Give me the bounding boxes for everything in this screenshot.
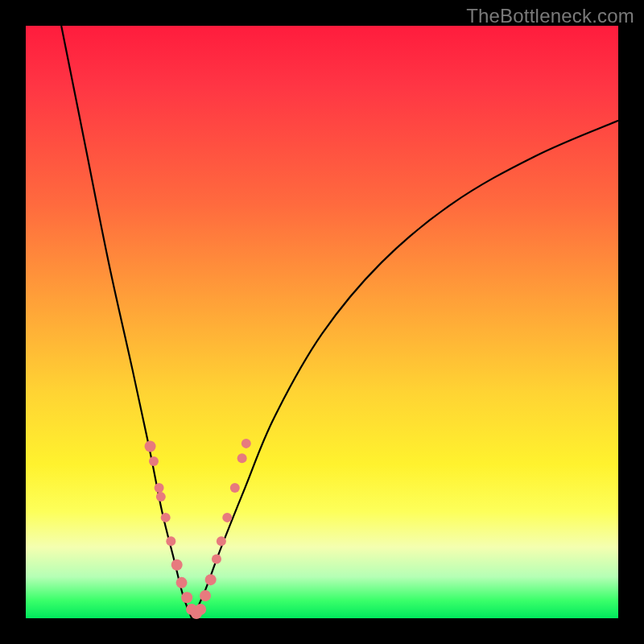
bottleneck-curve (61, 26, 618, 621)
dots-group (145, 439, 251, 619)
data-point (161, 513, 171, 522)
data-point (145, 441, 156, 452)
data-point (181, 592, 192, 603)
data-point (156, 492, 166, 502)
data-point (155, 483, 164, 493)
data-point (171, 559, 183, 571)
data-point (242, 439, 251, 448)
data-point (205, 574, 217, 585)
data-point (195, 604, 206, 615)
data-point (230, 483, 240, 493)
data-point (166, 536, 175, 546)
curve-svg (26, 26, 618, 618)
data-point (222, 513, 232, 522)
plot-area (26, 26, 618, 618)
data-point (217, 536, 226, 546)
data-point (176, 577, 188, 588)
data-point (237, 453, 247, 463)
chart-frame: TheBottleneck.com (0, 0, 644, 644)
watermark-text: TheBottleneck.com (466, 5, 634, 27)
data-point (149, 456, 159, 466)
data-point (212, 554, 221, 564)
data-point (200, 590, 211, 601)
